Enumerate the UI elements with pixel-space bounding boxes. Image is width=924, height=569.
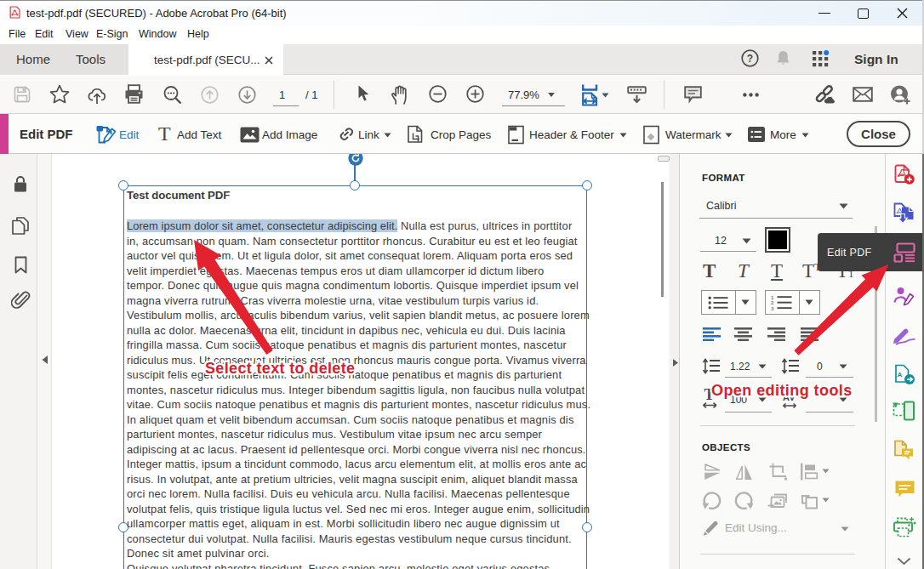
svg-text:3: 3	[771, 305, 774, 311]
svg-text:?: ?	[747, 53, 753, 65]
svg-text:A: A	[898, 371, 903, 378]
